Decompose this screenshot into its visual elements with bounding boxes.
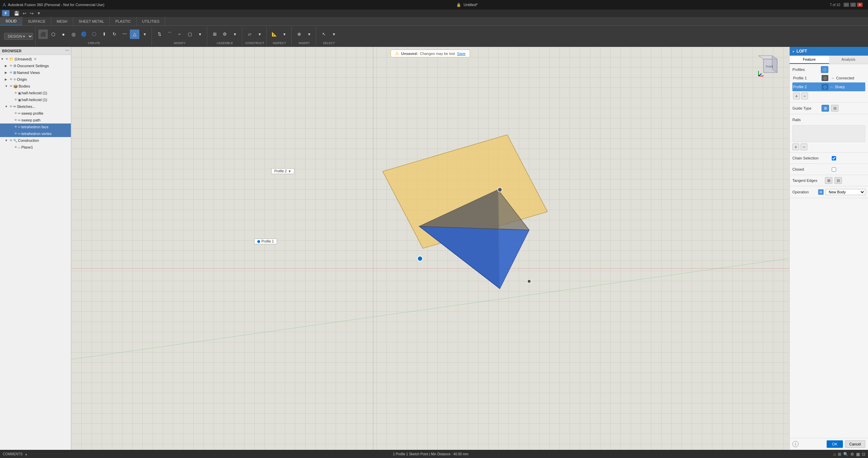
axis-widget[interactable]: Front	[757, 52, 784, 79]
assemble-joint-button[interactable]: ⚙	[220, 30, 230, 39]
eye-icon-sp[interactable]: 👁	[14, 112, 17, 115]
eye-icon-plane1[interactable]: 👁	[14, 146, 17, 149]
tree-item-unsaved[interactable]: ▼ 👁 📁 (Unsaved) ⚙	[0, 56, 71, 62]
remove-rail-button[interactable]: −	[801, 144, 807, 150]
create-revolve-button[interactable]: ↻	[110, 30, 119, 39]
eye-icon-tv[interactable]: 👁	[14, 132, 17, 135]
create-sphere-button[interactable]: ●	[59, 30, 68, 39]
layout-icon[interactable]: ▦	[856, 452, 860, 457]
create-extrude-button[interactable]: ⬆	[99, 30, 109, 39]
tree-item-half-helicoid-1[interactable]: ▶ 👁 ▣ half-helicoid (1)	[0, 90, 71, 96]
viewport[interactable]: ⚠ Unsaved: Changes may be lost Save	[71, 47, 789, 450]
tree-item-document-settings[interactable]: ▶ 👁 ⚙ Document Settings	[0, 62, 71, 69]
create-box-button[interactable]: ⬛	[38, 30, 48, 39]
profile2-dropdown-icon[interactable]: ▼	[288, 170, 291, 173]
create-coil-button[interactable]: 🌀	[79, 30, 88, 39]
tree-item-sketches[interactable]: ▼ 👁 ✏ Sketches...	[0, 103, 71, 110]
profile1-row[interactable]: Profile 1 ⬡ ↔ Connected	[792, 74, 865, 82]
undo-button[interactable]: ↩	[22, 11, 27, 16]
tree-item-plane1[interactable]: ▶ 👁 ▱ Plane1	[0, 144, 71, 151]
tab-solid[interactable]: SOLID	[0, 17, 22, 25]
profile2-label[interactable]: Profile 2 ▼	[271, 168, 294, 174]
home-icon[interactable]: ⌂	[833, 452, 836, 457]
add-profile-button[interactable]: +	[793, 93, 800, 99]
loft-close-icon[interactable]: ●	[792, 50, 794, 53]
tab-analysis[interactable]: Analysis	[829, 56, 868, 64]
cancel-button[interactable]: Cancel	[845, 440, 865, 448]
tree-item-bodies[interactable]: ▼ 👁 📦 Bodies	[0, 83, 71, 90]
modify-more-button[interactable]: ▼	[195, 30, 205, 39]
profile2-select-icon[interactable]: ⬡	[822, 84, 828, 90]
tree-item-origin[interactable]: ▶ 👁 ✛ Origin	[0, 76, 71, 83]
tab-mesh[interactable]: MESH	[51, 17, 73, 25]
modify-fillet-button[interactable]: ⌒	[165, 30, 174, 39]
profile2-row[interactable]: Profile 2 ⬡ ↔ Sharp	[792, 82, 865, 91]
inspect-more-button[interactable]: ▼	[280, 30, 289, 39]
profile1-select-icon[interactable]: ⬡	[822, 75, 828, 81]
browser-settings-icon[interactable]: ⋯	[65, 49, 69, 53]
eye-icon-sketches[interactable]: 👁	[9, 105, 13, 108]
operation-selector[interactable]: New Body	[826, 189, 865, 195]
tab-surface[interactable]: SURFACE	[22, 17, 51, 25]
ok-button[interactable]: OK	[827, 440, 843, 448]
settings-icon-bottom[interactable]: ⚙	[850, 452, 854, 457]
select-more-button[interactable]: ▼	[329, 30, 339, 39]
customize-qat-button[interactable]: ▼	[36, 11, 42, 15]
tree-item-named-views[interactable]: ▶ 👁 ⊞ Named Views	[0, 69, 71, 76]
save-link[interactable]: Save	[457, 52, 466, 56]
tab-utilities[interactable]: UTILITIES	[137, 17, 165, 25]
settings-icon-unsaved[interactable]: ⚙	[34, 57, 37, 61]
grid-icon[interactable]: ⊞	[838, 452, 841, 457]
remove-profile-button[interactable]: −	[801, 93, 808, 99]
inspect-measure-button[interactable]: 📐	[270, 30, 279, 39]
modify-shell-button[interactable]: ▢	[185, 30, 195, 39]
create-pipe-button[interactable]: 〇	[89, 30, 99, 39]
profiles-selector-button[interactable]: ⬡	[821, 66, 828, 73]
zoom-icon[interactable]: 🔍	[843, 452, 848, 457]
tree-item-tetrahedron-vertex[interactable]: ▶ 👁 ✏ tetrahedron vertex	[0, 130, 71, 137]
comments-expand-icon[interactable]: ▲	[24, 452, 28, 456]
info-icon[interactable]: i	[792, 441, 798, 447]
eye-icon-unsaved[interactable]: 👁	[5, 57, 8, 61]
tab-feature[interactable]: Feature	[790, 56, 829, 64]
create-cylinder-button[interactable]: ⬡	[48, 30, 58, 39]
assemble-more-button[interactable]: ▼	[230, 30, 240, 39]
redo-button[interactable]: ↪	[29, 11, 35, 16]
design-mode-selector[interactable]: DESIGN ▾	[4, 33, 33, 40]
eye-icon-named-views[interactable]: 👁	[9, 71, 13, 74]
insert-more-button[interactable]: ▼	[304, 30, 314, 39]
eye-icon-const[interactable]: 👁	[9, 139, 13, 142]
eye-icon-bodies[interactable]: 👁	[9, 84, 13, 88]
tree-item-sweep-path[interactable]: ▶ 👁 ✏ sweep path	[0, 117, 71, 123]
eye-icon-hh2[interactable]: 👁	[14, 98, 17, 101]
create-torus-button[interactable]: ◎	[69, 30, 78, 39]
maximize-button[interactable]: □	[850, 3, 856, 7]
create-more-button[interactable]: ▼	[140, 30, 150, 39]
chain-selection-checkbox[interactable]	[832, 156, 836, 160]
construct-plane-button[interactable]: ▱	[245, 30, 254, 39]
construct-more-button[interactable]: ▼	[255, 30, 264, 39]
modify-chamfer-button[interactable]: ⌐	[175, 30, 184, 39]
tangent-edge-btn-1[interactable]: ⊞	[825, 177, 832, 184]
save-menu-button[interactable]: 💾	[13, 11, 20, 16]
minimize-button[interactable]: ─	[844, 3, 849, 7]
create-sweep-button[interactable]: 〰	[120, 30, 129, 39]
eye-icon-origin[interactable]: 👁	[9, 78, 13, 81]
eye-icon-spath[interactable]: 👁	[14, 118, 17, 122]
tab-plastic[interactable]: PLASTIC	[110, 17, 137, 25]
insert-button[interactable]: ⊕	[294, 30, 304, 39]
views-icon[interactable]: ⊡	[862, 452, 865, 457]
guide-type-btn-2[interactable]: ⊟	[831, 105, 839, 112]
close-button[interactable]: ✕	[857, 3, 863, 7]
tree-item-sweep-profile[interactable]: ▶ 👁 ✏ sweep profile	[0, 110, 71, 117]
profile1-label[interactable]: Profile 1	[254, 238, 277, 244]
tab-sheet-metal[interactable]: SHEET METAL	[73, 17, 110, 25]
tree-item-tetrahedron-face[interactable]: ▶ 👁 ✏ tetrahedron face	[0, 123, 71, 130]
add-rail-button[interactable]: +	[792, 144, 799, 150]
tree-item-construction[interactable]: ▼ 👁 🔧 Construction	[0, 137, 71, 144]
eye-icon-hh1[interactable]: 👁	[14, 91, 17, 95]
modify-press-pull-button[interactable]: ⇅	[155, 30, 164, 39]
guide-type-btn-1[interactable]: ⊞	[822, 105, 829, 112]
closed-checkbox[interactable]	[832, 167, 836, 172]
app-menu-icon[interactable]: F	[2, 10, 9, 16]
